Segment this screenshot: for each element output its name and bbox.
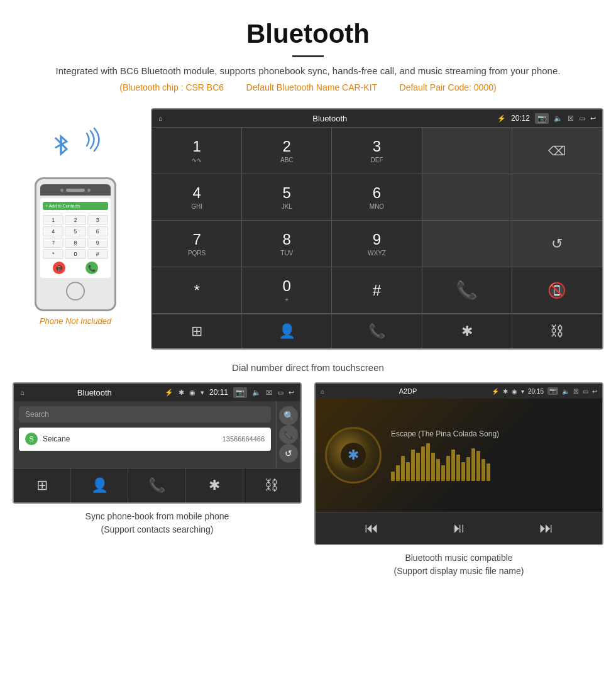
play-pause-btn[interactable]: ⏯ <box>452 520 466 536</box>
music-bar <box>396 465 400 481</box>
phonebook-layout: Search S Seicane 13566664466 🔍 📞 <box>14 401 300 468</box>
bottom-contacts-btn[interactable]: 👤 <box>242 314 332 348</box>
key-star-main: * <box>194 282 199 299</box>
key-1[interactable]: 1 ∿∿ <box>152 128 242 174</box>
key-5[interactable]: 5 JKL <box>242 174 332 221</box>
contact-letter: S <box>25 433 38 445</box>
pb-bottom-dialpad[interactable]: ⊞ <box>14 468 71 502</box>
phone-key-5: 5 <box>65 226 85 236</box>
page-title: Bluetooth <box>38 19 578 49</box>
song-title: Escape (The Pina Colada Song) <box>391 429 593 438</box>
key-empty-2 <box>422 174 512 221</box>
key-call-red[interactable]: 📵 <box>512 267 602 314</box>
prev-track-btn[interactable]: ⏮ <box>365 520 378 536</box>
phonebook-status-bar: ⌂ Bluetooth ⚡ ✱ ◉ ▾ 20:11 📷 🔈 ☒ ▭ ↩ <box>14 384 300 401</box>
music-home-icon: ⌂ <box>321 388 324 395</box>
phonebook-item[interactable]: S Seicane 13566664466 <box>19 428 271 451</box>
pb-search-icon[interactable]: 🔍 <box>279 406 298 425</box>
key-5-sub: JKL <box>282 203 292 210</box>
key-1-sub: ∿∿ <box>192 157 202 163</box>
pb-bottom-link[interactable]: ⛓ <box>243 468 300 502</box>
contact-number: 13566664466 <box>223 435 265 443</box>
dialpad-bottom-bar: ⊞ 👤 📞 ✱ ⛓ <box>152 314 602 348</box>
backspace-icon: ⌫ <box>548 143 566 158</box>
music-bar <box>481 459 485 481</box>
music-bar <box>451 450 455 481</box>
key-6-sub: MNO <box>370 203 384 210</box>
music-lower: ⌂ A2DP ⚡ ✱ ◉ ▾ 20:15 📷 🔈 ☒ ▭ ↩ ✱ <box>314 382 603 578</box>
bottom-phone-btn[interactable]: 📞 <box>332 314 422 348</box>
pb-call-icon[interactable]: 📞 <box>279 425 298 444</box>
key-backspace[interactable]: ⌫ <box>512 128 602 174</box>
key-7-main: 7 <box>192 231 201 248</box>
music-bar <box>461 462 465 481</box>
phone-call-btn: 📞 <box>85 262 98 274</box>
phonebook-caption: Sync phone-book from mobile phone (Suppo… <box>85 510 229 536</box>
pb-loc-icon: ◉ <box>189 389 195 397</box>
pb-bottom-bt[interactable]: ✱ <box>186 468 243 502</box>
phone-top-bar <box>40 184 111 196</box>
music-bar <box>401 456 405 481</box>
pb-wifi-icon: ▾ <box>201 389 204 397</box>
key-3[interactable]: 3 DEF <box>332 128 422 174</box>
pb-screen-title: Bluetooth <box>30 388 160 397</box>
status-time: 20:12 <box>511 114 530 123</box>
key-refresh[interactable]: ↺ <box>512 221 602 267</box>
pb-bottom-contacts[interactable]: 👤 <box>71 468 128 502</box>
bt-signal-area <box>50 127 101 171</box>
bottom-dialpad-btn[interactable]: ⊞ <box>152 314 242 348</box>
code-spec: Default Pair Code: 0000) <box>400 82 497 92</box>
phone-screen: + Add to Contacts 1 2 3 4 5 6 7 8 9 * 0 … <box>40 198 111 278</box>
usb-icon: ⚡ <box>497 114 506 123</box>
key-6[interactable]: 6 MNO <box>332 174 422 221</box>
call-green-icon: 📞 <box>456 280 478 301</box>
phone-home-button <box>66 282 85 301</box>
music-volume-icon: 🔈 <box>562 388 569 395</box>
key-7-sub: PQRS <box>188 250 206 257</box>
screen-title: Bluetooth <box>168 114 492 123</box>
key-7[interactable]: 7 PQRS <box>152 221 242 267</box>
music-bar <box>416 453 420 481</box>
phonebook-caption-line2: (Support contacts searching) <box>85 523 229 536</box>
music-bar <box>476 451 480 481</box>
close-icon: ☒ <box>568 114 574 123</box>
pb-refresh-icon[interactable]: ↺ <box>279 444 298 463</box>
signal-waves-icon <box>82 127 101 152</box>
phonebook-main: Search S Seicane 13566664466 <box>14 401 276 468</box>
key-9[interactable]: 9 WXYZ <box>332 221 422 267</box>
contact-name: Seicane <box>43 434 217 443</box>
key-5-main: 5 <box>283 184 291 202</box>
key-star[interactable]: * <box>152 267 242 314</box>
music-main-area: ✱ Escape (The Pina Colada Song) <box>316 399 602 512</box>
key-0-sub: + <box>285 296 289 303</box>
key-2-sub: ABC <box>280 157 294 163</box>
key-0[interactable]: 0 + <box>242 267 332 314</box>
key-2[interactable]: 2 ABC <box>242 128 332 174</box>
key-call-green[interactable]: 📞 <box>422 267 512 314</box>
add-contact-text: + Add to Contacts <box>45 204 80 208</box>
music-status-bar: ⌂ A2DP ⚡ ✱ ◉ ▾ 20:15 📷 🔈 ☒ ▭ ↩ <box>316 384 602 399</box>
pb-usb-icon: ⚡ <box>165 389 173 397</box>
phonebook-screen-wrapper: ⌂ Bluetooth ⚡ ✱ ◉ ▾ 20:11 📷 🔈 ☒ ▭ ↩ Sear… <box>13 382 302 504</box>
bottom-link-btn[interactable]: ⛓ <box>512 314 602 348</box>
album-art: ✱ <box>325 427 382 484</box>
music-info: Escape (The Pina Colada Song) <box>391 429 593 481</box>
phone-call-row: 📵 📞 <box>43 262 108 274</box>
key-4-main: 4 <box>192 184 201 202</box>
key-8-sub: TUV <box>280 250 293 257</box>
key-3-sub: DEF <box>370 157 383 163</box>
bottom-bt-btn[interactable]: ✱ <box>422 314 512 348</box>
key-1-main: 1 <box>192 138 201 155</box>
music-bar <box>446 456 450 481</box>
music-bar <box>411 450 415 481</box>
key-4[interactable]: 4 GHI <box>152 174 242 221</box>
next-track-btn[interactable]: ⏭ <box>539 520 553 536</box>
phone-key-3: 3 <box>87 215 108 225</box>
pb-bottom-phone[interactable]: 📞 <box>128 468 185 502</box>
music-bar <box>391 472 395 481</box>
phone-mockup: + Add to Contacts 1 2 3 4 5 6 7 8 9 * 0 … <box>35 177 116 311</box>
phonebook-search-bar[interactable]: Search <box>19 406 271 423</box>
key-8[interactable]: 8 TUV <box>242 221 332 267</box>
key-hash[interactable]: # <box>332 267 422 314</box>
key-9-main: 9 <box>373 231 381 248</box>
